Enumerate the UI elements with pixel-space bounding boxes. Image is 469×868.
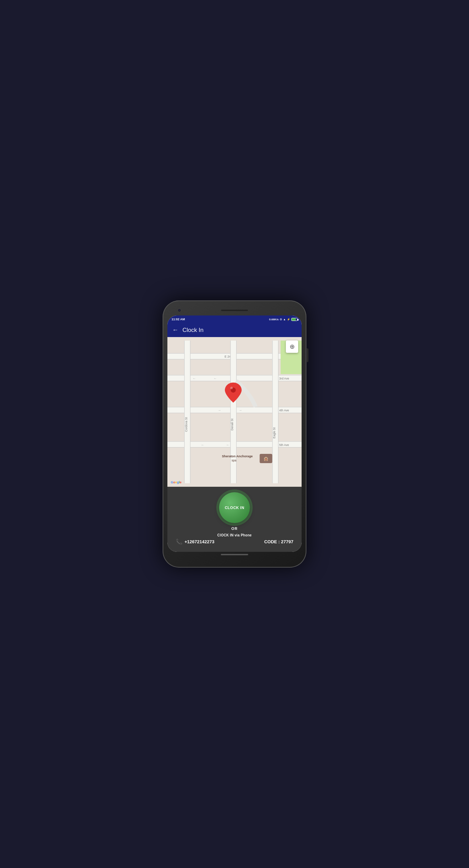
svg-text:Denali St: Denali St (230, 418, 234, 430)
or-text: OR (231, 526, 238, 531)
phone-number: 📞 +12672142273 (176, 538, 214, 545)
status-bar: 11:02 AM 0.66K/s ⊙ ▲ ⚡ (167, 315, 302, 323)
phone-screen: 11:02 AM 0.66K/s ⊙ ▲ ⚡ ← Clock In (167, 315, 302, 552)
speaker (221, 309, 248, 311)
location-button[interactable]: ⊕ (286, 340, 298, 353)
phone-number-value: +12672142273 (185, 539, 214, 544)
svg-text:←: ← (226, 443, 230, 447)
app-bar-title: Clock In (182, 327, 203, 334)
svg-text:→: → (218, 408, 221, 412)
charging-icon: ⚡ (287, 318, 290, 321)
phone-device: 11:02 AM 0.66K/s ⊙ ▲ ⚡ ← Clock In (163, 300, 306, 568)
camera (178, 309, 181, 312)
back-button[interactable]: ← (172, 326, 178, 334)
svg-point-42 (230, 387, 233, 389)
svg-rect-24 (184, 340, 185, 483)
clock-in-button[interactable]: CLOCK IN (219, 492, 250, 523)
svg-text:→: → (239, 408, 242, 412)
network-speed: 0.66K/s (269, 318, 279, 321)
status-time: 11:02 AM (172, 318, 185, 321)
map-svg: E 2nd Ct E 3rd Ave ← ← E 4th Ave → → (167, 337, 302, 487)
battery-icon (291, 318, 297, 321)
status-right: 0.66K/s ⊙ ▲ ⚡ (269, 318, 297, 321)
power-button (307, 348, 308, 362)
phone-section: ClOCK IN via Phone 📞 +12672142273 CODE :… (174, 533, 295, 545)
signal-icon: ▲ (283, 318, 286, 321)
svg-rect-25 (190, 340, 190, 483)
svg-text:Sheraton Anchorage: Sheraton Anchorage (222, 455, 253, 458)
svg-text:🏨: 🏨 (264, 456, 268, 461)
code-text: CODE : 27797 (264, 539, 293, 544)
map-container[interactable]: E 2nd Ct E 3rd Ave ← ← E 4th Ave → → (167, 337, 302, 487)
svg-text:Cordova St: Cordova St (185, 417, 188, 432)
svg-text:←: ← (193, 376, 196, 380)
svg-rect-23 (184, 340, 190, 483)
svg-text:←: ← (201, 443, 204, 447)
phone-info: 📞 +12672142273 CODE : 27797 (174, 538, 295, 545)
svg-rect-28 (230, 340, 231, 483)
svg-rect-31 (272, 340, 278, 483)
bottom-panel: CLOCK IN OR ClOCK IN via Phone 📞 +126721… (167, 487, 302, 552)
svg-rect-33 (278, 340, 278, 483)
svg-rect-32 (272, 340, 272, 483)
app-bar: ← Clock In (167, 323, 302, 337)
svg-text:Eagle St: Eagle St (272, 427, 276, 438)
svg-text:spa: spa (231, 459, 236, 462)
phone-bottom (167, 554, 302, 555)
clock-via-phone-label: ClOCK IN via Phone (217, 533, 252, 537)
svg-text:←: ← (214, 376, 217, 380)
phone-icon: 📞 (176, 538, 182, 545)
clock-in-label: CLOCK IN (225, 506, 244, 510)
crosshair-icon: ⊕ (290, 343, 295, 350)
google-logo: Google (171, 481, 181, 484)
home-indicator (221, 554, 248, 555)
wifi-icon: ⊙ (280, 318, 282, 321)
